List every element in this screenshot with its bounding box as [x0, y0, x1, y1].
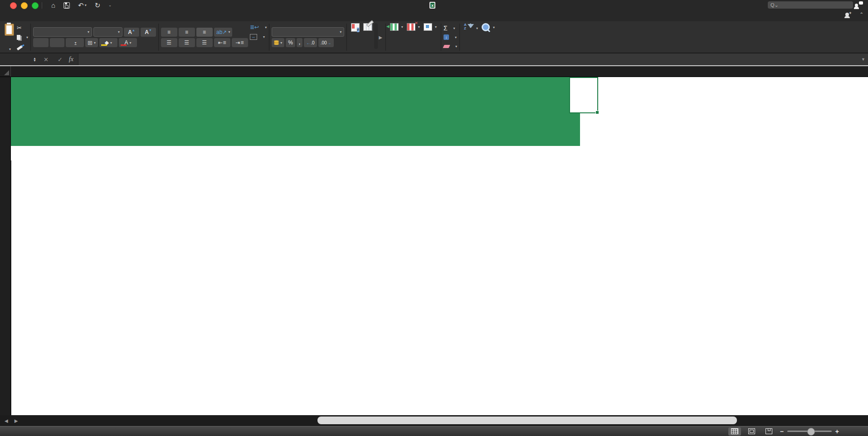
fill-button[interactable]: ↓▾ — [444, 33, 457, 42]
page-break-view-icon — [766, 428, 772, 434]
format-as-table-button[interactable] — [361, 23, 374, 52]
clear-button[interactable]: ▾ — [444, 42, 457, 51]
select-all-corner[interactable] — [0, 66, 11, 77]
column-headers — [0, 66, 868, 77]
table-body — [11, 160, 580, 415]
decrease-indent-button[interactable]: ⇤≡ — [214, 38, 230, 47]
normal-view-button[interactable] — [728, 427, 741, 436]
zoom-in-button[interactable]: + — [835, 428, 839, 435]
page-break-view-button[interactable] — [763, 427, 775, 436]
enter-check-icon[interactable]: ✓ — [58, 56, 63, 63]
merge-center-icon: ↔ — [250, 34, 257, 40]
ribbon-tab-row — [0, 10, 868, 21]
decrease-decimal-button[interactable]: .00→ — [318, 38, 334, 47]
align-middle-button[interactable]: ≡ — [179, 28, 195, 37]
ribbon: ▾ ✂ ▾ ▾ ▾ A▲ A▼ ▾ ⊞▾ ◆▾ A▾ — [0, 21, 868, 53]
comma-format-button[interactable]: , — [297, 38, 303, 47]
undo-icon[interactable]: ↶▾ — [78, 1, 87, 10]
green-header-block[interactable] — [11, 77, 580, 146]
expand-formula-bar-icon[interactable]: ▼ — [858, 53, 868, 65]
align-top-button[interactable]: ≡ — [161, 28, 177, 37]
currency-format-button[interactable]: ▾ — [272, 38, 284, 47]
cancel-icon[interactable]: ✕ — [44, 56, 49, 63]
collaboration-icon[interactable] — [854, 1, 863, 9]
divider — [42, 2, 42, 9]
autosum-button[interactable]: Σ▾ — [444, 24, 457, 33]
wrap-text-icon: ≣↩ — [250, 24, 259, 30]
format-cells-button[interactable]: ▾ — [422, 23, 439, 52]
copy-button[interactable]: ▾ — [17, 33, 28, 42]
cell-styles-gallery — [374, 23, 378, 49]
document-title — [0, 0, 868, 10]
shrink-font-button[interactable]: A▼ — [141, 28, 156, 37]
cell-reference-box[interactable]: ▲▼ — [0, 57, 39, 62]
number-format-select[interactable]: ▾ — [272, 27, 344, 37]
font-color-button[interactable]: A▾ — [119, 38, 137, 47]
grow-font-button[interactable]: A▲ — [124, 28, 139, 37]
fill-color-button[interactable]: ◆▾ — [99, 38, 117, 47]
increase-indent-button[interactable]: ⇥≡ — [232, 38, 248, 47]
save-icon[interactable] — [63, 2, 70, 9]
sigma-icon: Σ — [444, 24, 448, 32]
sort-filter-button[interactable]: AZ ▾ — [462, 23, 480, 52]
delete-cells-button[interactable]: ▾ — [405, 23, 422, 52]
close-button[interactable] — [10, 2, 17, 9]
conditional-formatting-button[interactable] — [349, 23, 361, 52]
formula-input[interactable] — [78, 53, 858, 65]
fill-down-icon: ↓ — [444, 34, 449, 40]
underline-button[interactable]: ▾ — [66, 38, 84, 47]
bold-button[interactable] — [33, 38, 49, 47]
insert-function-icon[interactable]: fx — [69, 56, 73, 63]
minimize-button[interactable] — [21, 2, 28, 9]
zoom-out-button[interactable]: − — [780, 428, 784, 435]
customize-toolbar-icon[interactable]: ⌄ — [108, 3, 112, 7]
merge-center-button[interactable]: ↔▾ — [250, 32, 267, 41]
cut-button[interactable]: ✂ — [17, 23, 28, 32]
scissors-icon: ✂ — [17, 24, 22, 31]
insert-cells-button[interactable]: ▾ — [388, 23, 405, 52]
redo-icon[interactable]: ↻ — [95, 1, 101, 10]
find-select-button[interactable]: ▾ — [480, 23, 497, 52]
align-right-button[interactable]: ☰ — [196, 38, 213, 47]
sort-filter-icon: AZ — [464, 23, 474, 33]
font-name-select[interactable]: ▾ — [33, 27, 92, 37]
next-sheet-icon[interactable]: ▶ — [15, 418, 18, 423]
fill-handle[interactable] — [595, 111, 599, 114]
format-painter-button[interactable] — [17, 42, 28, 51]
zoom-slider[interactable] — [787, 431, 832, 432]
orientation-button[interactable]: ab↗▾ — [214, 28, 232, 37]
share-icon — [845, 13, 849, 16]
align-center-button[interactable]: ☰ — [179, 38, 195, 47]
paintbrush-icon — [17, 45, 23, 50]
magnifier-icon — [482, 23, 490, 31]
search-icon: Q⌄ — [770, 2, 779, 8]
formula-bar: ▲▼ ✕ ✓ fx ▼ — [0, 53, 868, 66]
insert-cells-icon — [390, 23, 399, 31]
home-icon[interactable]: ⌂ — [51, 1, 55, 9]
font-size-select[interactable]: ▾ — [93, 27, 122, 37]
align-bottom-button[interactable]: ≡ — [196, 28, 213, 37]
selected-cell-I1[interactable] — [569, 77, 598, 113]
italic-button[interactable] — [50, 38, 64, 47]
name-box-stepper[interactable]: ▲▼ — [33, 57, 36, 62]
more-styles-button[interactable]: ▶ — [378, 23, 383, 52]
collapse-ribbon-icon[interactable]: ⌃ — [860, 12, 863, 17]
wrap-text-button[interactable]: ≣↩▾ — [250, 23, 267, 32]
row-headers — [0, 77, 11, 415]
align-left-button[interactable]: ☰ — [161, 38, 177, 47]
borders-icon: ⊞ — [88, 39, 93, 46]
normal-view-icon — [731, 428, 738, 434]
status-bar: − + — [0, 426, 868, 436]
sheet-grid[interactable] — [0, 77, 868, 415]
search-input[interactable]: Q⌄ — [768, 1, 853, 9]
zoom-window-button[interactable] — [32, 2, 39, 9]
page-layout-view-button[interactable] — [746, 427, 758, 436]
zoom-slider-thumb[interactable] — [807, 428, 815, 436]
page-layout-view-icon — [748, 428, 755, 434]
borders-button[interactable]: ⊞▾ — [85, 38, 98, 47]
increase-decimal-button[interactable]: ←.0 — [304, 38, 317, 47]
percent-format-button[interactable]: % — [286, 38, 295, 47]
prev-sheet-icon[interactable]: ◀ — [5, 418, 8, 423]
paste-button[interactable]: ▾ — [2, 23, 17, 52]
horizontal-scrollbar-thumb[interactable] — [317, 417, 737, 424]
